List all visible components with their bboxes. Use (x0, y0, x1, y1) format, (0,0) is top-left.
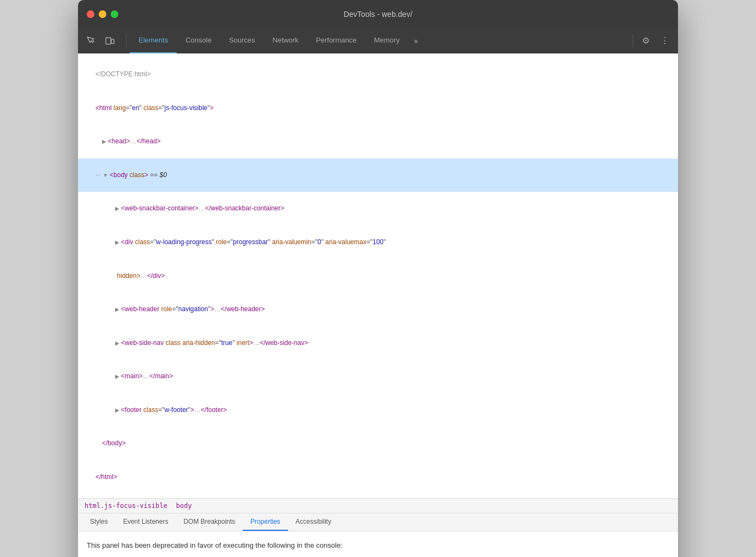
tabs-overflow-button[interactable]: » (409, 28, 424, 53)
dom-html-close[interactable]: </html> (78, 461, 678, 494)
close-button[interactable] (87, 10, 94, 18)
inspect-icon[interactable] (82, 32, 100, 50)
dom-doctype[interactable]: <!DOCTYPE html> (78, 58, 678, 92)
toolbar-icons (82, 32, 118, 50)
properties-panel: This panel has been deprecated in favor … (78, 531, 678, 557)
devtools-toolbar: Elements Console Sources Network Perform… (78, 28, 678, 53)
more-options-icon[interactable]: ⋮ (656, 32, 674, 49)
tab-sources[interactable]: Sources (220, 28, 264, 53)
tab-dom-breakpoints[interactable]: DOM Breakpoints (176, 513, 243, 531)
dom-body-close[interactable]: </body> (78, 427, 678, 461)
selector-html[interactable]: html.js-focus-visible (85, 502, 167, 510)
traffic-lights (87, 10, 118, 18)
toolbar-right-divider (633, 34, 633, 47)
minimize-button[interactable] (99, 10, 106, 18)
settings-icon[interactable]: ⚙ (638, 32, 654, 49)
dom-body[interactable]: ··· ▼ <body class> == $0 (78, 159, 678, 192)
devtools-window: DevTools - web.dev/ Elements Console (78, 0, 678, 557)
toolbar-right: ⚙ ⋮ (631, 32, 674, 49)
svg-rect-0 (106, 38, 111, 44)
dom-web-header[interactable]: ▶ <web-header role="navigation">…</web-h… (78, 293, 678, 326)
toolbar-divider (126, 34, 127, 47)
dom-html-open[interactable]: <html lang="en" class="js-focus-visible"… (78, 92, 678, 125)
titlebar: DevTools - web.dev/ (78, 0, 678, 28)
dom-loading-progress[interactable]: ▶ <div class="w-loading-progress" role="… (78, 226, 678, 259)
dom-snackbar[interactable]: ▶ <web-snackbar-container>…</web-snackba… (78, 192, 678, 226)
tab-network[interactable]: Network (264, 28, 308, 53)
dom-footer[interactable]: ▶ <footer class="w-footer">…</footer> (78, 393, 678, 427)
tab-properties[interactable]: Properties (243, 513, 288, 531)
bottom-tabs: Styles Event Listeners DOM Breakpoints P… (78, 513, 678, 531)
tab-performance[interactable]: Performance (307, 28, 365, 53)
main-tabs: Elements Console Sources Network Perform… (130, 28, 626, 53)
svg-rect-1 (111, 39, 114, 44)
tab-accessibility[interactable]: Accessibility (288, 513, 339, 531)
tab-console[interactable]: Console (177, 28, 220, 53)
dom-tree: <!DOCTYPE html> <html lang="en" class="j… (78, 53, 678, 498)
tab-styles[interactable]: Styles (82, 513, 116, 531)
tab-event-listeners[interactable]: Event Listeners (116, 513, 176, 531)
device-icon[interactable] (101, 32, 118, 50)
selector-body[interactable]: body (176, 502, 192, 510)
window-title: DevTools - web.dev/ (344, 10, 412, 19)
selector-bar: html.js-focus-visible body (78, 498, 678, 513)
tab-elements[interactable]: Elements (130, 28, 177, 53)
dom-main[interactable]: ▶ <main>…</main> (78, 360, 678, 393)
dom-web-side-nav[interactable]: ▶ <web-side-nav class aria-hidden="true"… (78, 326, 678, 360)
maximize-button[interactable] (111, 10, 118, 18)
deprecation-text: This panel has been deprecated in favor … (87, 540, 669, 551)
tab-memory[interactable]: Memory (365, 28, 409, 53)
dom-loading-progress-cont: hidden>…</div> (78, 259, 678, 293)
dom-head[interactable]: ▶ <head>…</head> (78, 125, 678, 159)
